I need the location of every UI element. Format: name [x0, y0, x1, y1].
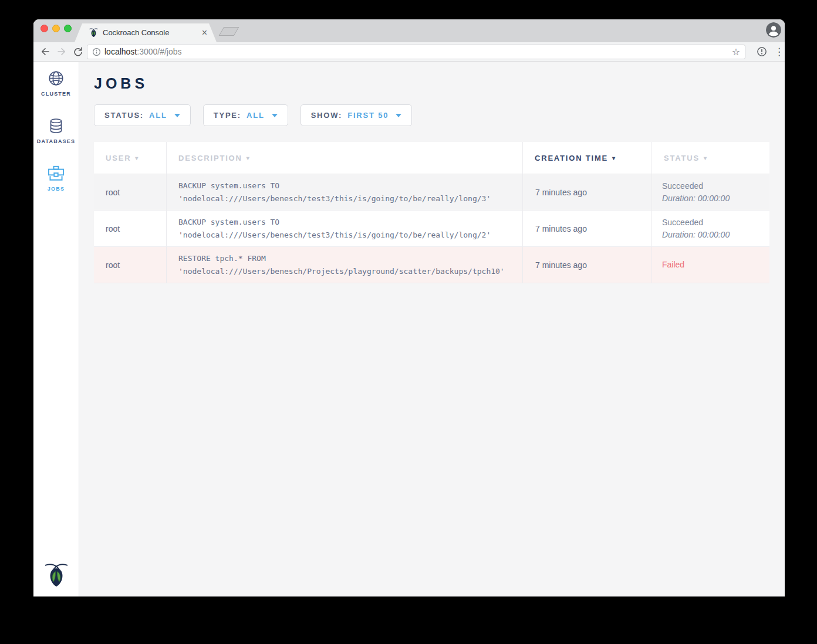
sort-caret-icon: ▾: [135, 155, 139, 161]
sidebar-item-jobs[interactable]: JOBS: [33, 165, 79, 192]
close-tab-icon[interactable]: ×: [202, 23, 207, 42]
browser-window: Cockroach Console ×: [33, 19, 785, 596]
creation-time-cell: 7 minutes ago: [522, 174, 651, 210]
type-filter-dropdown[interactable]: TYPE: ALL: [203, 104, 288, 126]
chevron-down-icon: [272, 114, 278, 117]
description-cell: BACKUP system.users TO 'nodelocal:///Use…: [166, 174, 522, 210]
show-filter-dropdown[interactable]: SHOW: FIRST 50: [301, 104, 413, 126]
table-row: root BACKUP system.users TO 'nodelocal:/…: [94, 211, 769, 247]
sidebar: CLUSTER DATABASES JOBS: [33, 62, 79, 596]
status-cell: Succeeded Duration: 00:00:00: [651, 174, 769, 210]
table-header: USER ▾ DESCRIPTION ▾ CREATION TIME ▾ STA…: [94, 142, 769, 174]
user-cell: root: [94, 211, 166, 246]
sidebar-item-label: DATABASES: [33, 138, 79, 144]
column-header-status[interactable]: STATUS ▾: [651, 142, 769, 174]
tab-strip: Cockroach Console ×: [33, 19, 785, 42]
url-host: localhost: [104, 47, 137, 56]
chevron-down-icon: [396, 114, 401, 117]
duration-text: Duration: 00:00:00: [662, 229, 769, 241]
duration-text: Duration: 00:00:00: [662, 192, 769, 205]
extension-icon[interactable]: [757, 46, 767, 57]
status-badge: Failed: [662, 259, 769, 271]
filter-label: TYPE:: [214, 111, 241, 120]
url-path: :3000/#/jobs: [137, 47, 181, 56]
briefcase-icon: [48, 165, 65, 181]
browser-tab[interactable]: Cockroach Console ×: [75, 23, 217, 42]
user-cell: root: [94, 174, 166, 210]
sidebar-item-label: JOBS: [33, 186, 79, 192]
table-row: root RESTORE tpch.* FROM 'nodelocal:///U…: [94, 247, 769, 283]
filter-value: ALL: [247, 111, 265, 120]
browser-menu-icon[interactable]: ⋮: [774, 42, 784, 62]
sidebar-item-label: CLUSTER: [33, 91, 79, 97]
status-filter-dropdown[interactable]: STATUS: ALL: [94, 104, 191, 126]
database-icon: [48, 118, 64, 134]
console-content: CLUSTER DATABASES JOBS: [33, 62, 785, 596]
address-bar[interactable]: localhost:3000/#/jobs ☆: [87, 45, 745, 59]
status-cell: Succeeded Duration: 00:00:00: [651, 211, 769, 246]
filter-bar: STATUS: ALL TYPE: ALL SHOW: FIRST 50: [94, 104, 785, 126]
column-header-user[interactable]: USER ▾: [94, 142, 166, 174]
reload-button-icon[interactable]: [73, 46, 83, 57]
status-badge: Succeeded: [662, 180, 769, 192]
sidebar-item-databases[interactable]: DATABASES: [33, 118, 79, 144]
globe-icon: [48, 70, 64, 86]
close-window-button[interactable]: [40, 25, 48, 32]
description-cell: BACKUP system.users TO 'nodelocal:///Use…: [166, 211, 522, 246]
sort-caret-icon: ▾: [612, 155, 616, 161]
description-cell: RESTORE tpch.* FROM 'nodelocal:///Users/…: [166, 247, 522, 283]
filter-label: STATUS:: [104, 111, 144, 120]
back-button-icon[interactable]: [40, 46, 50, 57]
column-header-creation-time[interactable]: CREATION TIME ▾: [522, 142, 651, 174]
fullscreen-window-button[interactable]: [64, 25, 72, 32]
url-text: localhost:3000/#/jobs: [104, 45, 182, 59]
status-badge: Succeeded: [662, 216, 769, 229]
sidebar-item-cluster[interactable]: CLUSTER: [33, 70, 79, 97]
sort-caret-icon: ▾: [247, 155, 251, 161]
tab-title: Cockroach Console: [103, 23, 169, 42]
jobs-table: USER ▾ DESCRIPTION ▾ CREATION TIME ▾ STA…: [94, 142, 769, 283]
filter-value: ALL: [149, 111, 167, 120]
sort-caret-icon: ▾: [704, 155, 708, 161]
browser-toolbar: localhost:3000/#/jobs ☆ ⋮: [33, 42, 785, 62]
filter-label: SHOW:: [311, 111, 343, 120]
creation-time-cell: 7 minutes ago: [522, 211, 651, 246]
user-cell: root: [94, 247, 166, 283]
new-tab-button[interactable]: [219, 27, 239, 36]
jobs-page: JOBS STATUS: ALL TYPE: ALL SHOW: FIRST 5…: [79, 62, 785, 596]
page-title: JOBS: [94, 75, 785, 91]
page-info-icon[interactable]: [92, 48, 101, 56]
minimize-window-button[interactable]: [52, 25, 60, 32]
cockroach-favicon-icon: [89, 28, 98, 38]
chevron-down-icon: [174, 114, 180, 117]
table-row: root BACKUP system.users TO 'nodelocal:/…: [94, 174, 769, 211]
forward-button-icon[interactable]: [56, 46, 67, 57]
creation-time-cell: 7 minutes ago: [522, 247, 651, 283]
status-cell: Failed: [651, 247, 769, 283]
profile-avatar-icon[interactable]: [766, 22, 781, 38]
cockroach-logo-icon: [45, 561, 68, 588]
filter-value: FIRST 50: [347, 111, 389, 120]
column-header-description[interactable]: DESCRIPTION ▾: [166, 142, 522, 174]
bookmark-star-icon[interactable]: ☆: [732, 45, 740, 59]
